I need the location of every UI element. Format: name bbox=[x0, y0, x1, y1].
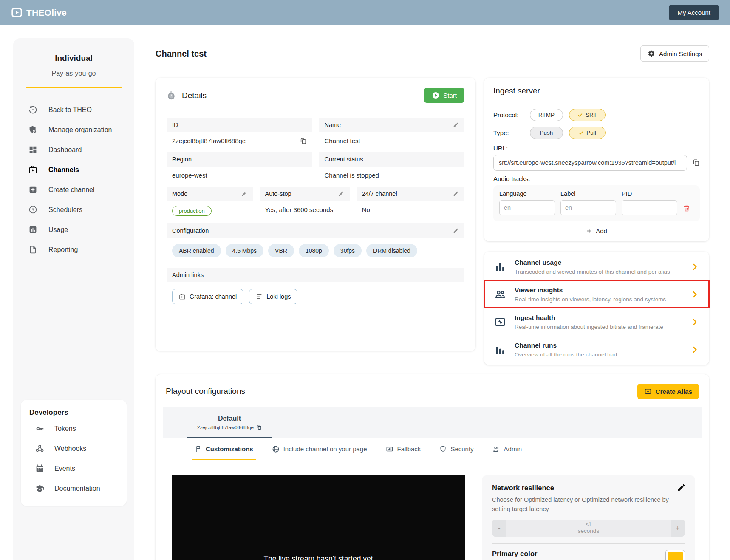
edit-channel247-button[interactable] bbox=[453, 191, 459, 197]
copy-id-button[interactable] bbox=[300, 137, 307, 144]
create-alias-button[interactable]: Create Alias bbox=[637, 384, 699, 399]
language-input[interactable] bbox=[499, 200, 555, 215]
edit-name-button[interactable] bbox=[453, 122, 459, 128]
brand-logo[interactable]: THEOlive bbox=[11, 7, 67, 18]
region-value: europe-west bbox=[172, 172, 207, 179]
configuration-field-label: Configuration bbox=[167, 223, 464, 238]
sidebar-item-reporting[interactable]: Reporting bbox=[28, 240, 134, 260]
label-input[interactable] bbox=[560, 200, 616, 215]
insights-card: Channel usage Transcoded and viewed minu… bbox=[484, 252, 709, 365]
insight-subtitle: Transcoded and viewed minutes of this ch… bbox=[515, 269, 683, 275]
latency-decrease-button[interactable]: - bbox=[492, 520, 506, 537]
ingest-url-input[interactable] bbox=[493, 155, 687, 171]
tv-icon bbox=[179, 293, 186, 300]
primary-color-value bbox=[668, 552, 683, 560]
key-icon bbox=[35, 424, 44, 433]
latency-increase-button[interactable]: + bbox=[671, 520, 685, 537]
id-value: 2zejcol8bjtt87faw0ff688qe bbox=[172, 137, 246, 144]
mode-field-label: Mode bbox=[167, 187, 253, 201]
channel-usage-row[interactable]: Channel usage Transcoded and viewed minu… bbox=[484, 253, 709, 280]
org-divider bbox=[26, 87, 122, 88]
sidebar-item-label: Documentation bbox=[54, 485, 100, 492]
sidebar-item-schedulers[interactable]: Schedulers bbox=[28, 200, 134, 220]
video-player[interactable]: The live stream hasn't started yet bbox=[172, 475, 465, 560]
sidebar-item-channels[interactable]: Channels bbox=[28, 160, 134, 180]
sidebar-item-label: Schedulers bbox=[48, 206, 82, 214]
copy-alias-id-button[interactable] bbox=[256, 424, 262, 430]
sidebar-item-label: Usage bbox=[48, 226, 68, 234]
edit-configuration-button[interactable] bbox=[453, 228, 459, 234]
name-value: Channel test bbox=[325, 137, 360, 144]
admin-settings-button[interactable]: Admin Settings bbox=[640, 45, 709, 62]
type-label: Type: bbox=[493, 129, 524, 136]
protocol-srt-option[interactable]: SRT bbox=[569, 109, 606, 121]
network-resilience-title: Network resilience bbox=[492, 484, 685, 492]
start-button[interactable]: Start bbox=[424, 88, 464, 103]
status-value: Channel is stopped bbox=[325, 172, 379, 179]
url-label: URL: bbox=[493, 144, 700, 152]
my-account-button[interactable]: My Account bbox=[669, 5, 719, 20]
grafana-channel-button[interactable]: Grafana: channel bbox=[172, 289, 243, 304]
sidebar-item-documentation[interactable]: Documentation bbox=[29, 478, 127, 498]
insight-title: Ingest health bbox=[515, 314, 683, 322]
primary-color-swatch[interactable] bbox=[665, 550, 685, 560]
developers-title: Developers bbox=[29, 408, 127, 417]
tab-security[interactable]: Security bbox=[439, 438, 473, 460]
gear-icon bbox=[648, 50, 655, 57]
channel-runs-row[interactable]: Channel runs Overview of all the runs th… bbox=[484, 336, 709, 363]
sidebar-item-label: Create channel bbox=[48, 186, 95, 194]
developers-card: Developers Tokens Webhooks Events Docume… bbox=[21, 400, 127, 506]
sidebar-item-label: Dashboard bbox=[48, 146, 82, 154]
sidebar-item-manage-organization[interactable]: Manage organization bbox=[28, 120, 134, 140]
chevron-right-icon bbox=[690, 290, 699, 299]
sidebar-item-tokens[interactable]: Tokens bbox=[29, 419, 127, 438]
alias-id: 2zejcol8bjtt87faw0ff688qe bbox=[197, 425, 254, 430]
edit-mode-button[interactable] bbox=[241, 191, 247, 197]
sidebar-item-label: Back to THEO bbox=[48, 106, 92, 114]
fallback-video-icon bbox=[386, 445, 393, 453]
details-title: Details bbox=[182, 91, 207, 100]
pid-input[interactable] bbox=[622, 200, 677, 215]
ingest-health-row[interactable]: Ingest health Real-time information abou… bbox=[484, 308, 709, 336]
pulse-monitor-icon bbox=[494, 316, 507, 328]
add-box-icon bbox=[28, 185, 37, 194]
insight-subtitle: Real-time information about ingested bit… bbox=[515, 324, 683, 330]
type-push-option[interactable]: Push bbox=[530, 127, 563, 139]
region-field-label: Region bbox=[167, 152, 312, 167]
tab-default-alias[interactable]: Default 2zejcol8bjtt87faw0ff688qe bbox=[187, 407, 272, 438]
sidebar-item-back-to-theo[interactable]: Back to THEO bbox=[28, 100, 134, 120]
sidebar-item-dashboard[interactable]: Dashboard bbox=[28, 140, 134, 160]
name-field-label: Name bbox=[319, 118, 465, 132]
edit-autostop-button[interactable] bbox=[338, 191, 344, 197]
tab-admin[interactable]: Admin bbox=[492, 438, 522, 460]
check-icon bbox=[577, 112, 583, 118]
sidebar-item-usage[interactable]: Usage bbox=[28, 220, 134, 240]
sidebar-item-create-channel[interactable]: Create channel bbox=[28, 180, 134, 200]
loki-logs-button[interactable]: Loki logs bbox=[249, 289, 297, 304]
viewer-insights-row[interactable]: Viewer insights Real-time insights on vi… bbox=[484, 280, 709, 308]
stopwatch-icon bbox=[167, 91, 176, 100]
live-tv-icon bbox=[28, 165, 37, 174]
copy-url-button[interactable] bbox=[692, 159, 700, 167]
globe-icon bbox=[272, 445, 280, 453]
config-chip: 1080p bbox=[299, 244, 329, 257]
flag-icon bbox=[195, 445, 202, 453]
player-status-message: The live stream hasn't started yet bbox=[263, 554, 373, 560]
playout-title: Playout configurations bbox=[166, 387, 245, 396]
list-lines-icon bbox=[256, 293, 263, 300]
protocol-rtmp-option[interactable]: RTMP bbox=[530, 109, 563, 121]
edit-customizations-button[interactable] bbox=[677, 483, 686, 492]
sidebar-item-webhooks[interactable]: Webhooks bbox=[29, 438, 127, 458]
add-audio-track-button[interactable]: Add bbox=[493, 227, 700, 235]
sidebar-item-events[interactable]: Events bbox=[29, 458, 127, 478]
type-pull-option[interactable]: Pull bbox=[569, 127, 606, 139]
tab-customizations[interactable]: Customizations bbox=[195, 438, 253, 460]
graduation-cap-icon bbox=[35, 484, 44, 493]
tab-fallback[interactable]: Fallback bbox=[386, 438, 421, 460]
tab-include-channel[interactable]: Include channel on your page bbox=[272, 438, 367, 460]
audio-tracks-label: Audio tracks: bbox=[493, 175, 700, 182]
channel247-value: No bbox=[362, 206, 370, 213]
play-circle-icon bbox=[432, 91, 440, 99]
delete-track-button[interactable] bbox=[683, 204, 694, 215]
insight-title: Channel usage bbox=[515, 259, 683, 266]
